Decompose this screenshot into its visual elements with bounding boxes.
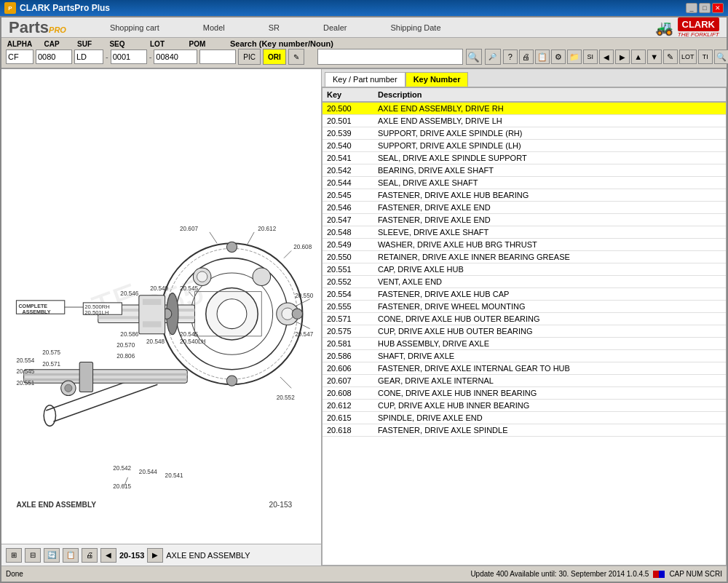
next-button[interactable]: ▶ <box>615 49 630 64</box>
search-input[interactable] <box>317 49 463 65</box>
clark-logo-box: CLARK <box>678 17 720 31</box>
table-row[interactable]: 20.575CUP, DRIVE AXLE HUB OUTER BEARING <box>323 325 726 338</box>
header-nav: PartsPRO Shopping cart Model SR Dealer S… <box>1 17 727 38</box>
print-button[interactable]: 🖨 <box>519 49 534 64</box>
diagram-content[interactable]: TE 355 <box>1 69 321 544</box>
diagram-nav-btn4[interactable]: 📋 <box>63 548 79 563</box>
diagram-svg: TE 355 <box>1 69 321 544</box>
edit-button[interactable]: ✎ <box>288 49 304 65</box>
row-description: SUPPORT, DRIVE AXLE SPINDLE (LH) <box>373 140 726 152</box>
app-icon: P <box>4 2 16 14</box>
diagram-nav-btn1[interactable]: ⊞ <box>6 548 22 563</box>
diagram-prev-button[interactable]: ◀ <box>100 548 116 563</box>
svg-text:20.552: 20.552 <box>277 394 295 401</box>
settings-button[interactable]: ⚙ <box>551 49 566 64</box>
nav-model[interactable]: Model <box>203 23 225 32</box>
table-row[interactable]: 20.618FASTENER, DRIVE AXLE SPINDLE <box>323 424 726 437</box>
seq-input[interactable]: 0001 <box>111 49 147 64</box>
table-row[interactable]: 20.551CAP, DRIVE AXLE HUB <box>323 263 726 276</box>
row-key: 20.581 <box>323 338 373 350</box>
row-key: 20.555 <box>323 301 373 313</box>
diagram-nav-btn5[interactable]: 🖨 <box>82 548 98 563</box>
close-button[interactable]: ✕ <box>712 3 724 13</box>
dash1: - <box>106 52 108 61</box>
row-key: 20.550 <box>323 251 373 263</box>
table-row[interactable]: 20.542BEARING, DRIVE AXLE SHAFT <box>323 164 726 177</box>
clark-logo-area: 🚜 CLARK THE FORKLIFT <box>655 17 720 38</box>
table-row[interactable]: 20.548SLEEVE, DRIVE AXLE SHAFT <box>323 226 726 239</box>
table-row[interactable]: 20.552VENT, AXLE END <box>323 276 726 288</box>
tab-key-part-number[interactable]: Key / Part number <box>325 72 405 87</box>
table-row[interactable]: 20.546FASTENER, DRIVE AXLE END <box>323 202 726 214</box>
nav-dealer[interactable]: Dealer <box>323 23 347 32</box>
nav-sr[interactable]: SR <box>269 23 280 32</box>
nav-shipping-date[interactable]: Shipping Date <box>390 23 440 32</box>
pic-button[interactable]: PIC <box>238 49 261 65</box>
suf-input[interactable]: LD <box>74 49 103 64</box>
diagram-nav-btn3[interactable]: 🔄 <box>44 548 60 563</box>
table-row[interactable]: 20.581HUB ASSEMBLY, DRIVE AXLE <box>323 338 726 350</box>
search-clear-button[interactable]: 🔎 <box>485 49 501 65</box>
svg-point-30 <box>292 309 302 319</box>
pom-input[interactable] <box>199 49 236 64</box>
table-row[interactable]: 20.607GEAR, DRIVE AXLE INTERNAL <box>323 375 726 387</box>
svg-point-25 <box>65 384 72 392</box>
svg-text:20.546: 20.546 <box>120 290 138 297</box>
help-button[interactable]: ? <box>503 49 518 64</box>
table-row[interactable]: 20.544SEAL, DRIVE AXLE SHAFT <box>323 177 726 189</box>
table-row[interactable]: 20.547FASTENER, DRIVE AXLE END <box>323 214 726 226</box>
diagram-next-button[interactable]: ▶ <box>147 548 163 563</box>
lot-button[interactable]: LOT <box>679 49 697 64</box>
ti-button[interactable]: TI <box>698 49 713 64</box>
prev-button[interactable]: ◀ <box>599 49 614 64</box>
svg-rect-17 <box>24 378 188 381</box>
table-row[interactable]: 20.586SHAFT, DRIVE AXLE <box>323 350 726 362</box>
table-row[interactable]: 20.555FASTENER, DRIVE WHEEL MOUNTING <box>323 301 726 313</box>
row-key: 20.547 <box>323 214 373 226</box>
table-row[interactable]: 20.545FASTENER, DRIVE AXLE HUB BEARING <box>323 189 726 202</box>
table-row[interactable]: 20.549WASHER, DRIVE AXLE HUB BRG THRUST <box>323 239 726 251</box>
row-key: 20.615 <box>323 412 373 424</box>
table-row[interactable]: 20.608CONE, DRIVE AXLE HUB INNER BEARING <box>323 387 726 400</box>
svg-rect-33 <box>143 321 162 327</box>
copy-button[interactable]: 📋 <box>535 49 550 64</box>
status-done: Done <box>6 570 23 578</box>
tab-key-number[interactable]: Key Number <box>405 72 469 87</box>
svg-point-19 <box>197 271 207 282</box>
row-description: CAP, DRIVE AXLE HUB <box>373 263 726 276</box>
table-row[interactable]: 20.606FASTENER, DRIVE AXLE INTERNAL GEAR… <box>323 362 726 375</box>
table-row[interactable]: 20.500AXLE END ASSEMBLY, DRIVE RH <box>323 102 726 115</box>
table-row[interactable]: 20.571CONE, DRIVE AXLE HUB OUTER BEARING <box>323 313 726 325</box>
table-row[interactable]: 20.554FASTENER, DRIVE AXLE HUB CAP <box>323 288 726 301</box>
edit2-button[interactable]: ✎ <box>663 49 678 64</box>
zoom-button[interactable]: 🔍 <box>714 49 728 64</box>
forklift-icon: 🚜 <box>655 19 673 36</box>
table-row[interactable]: 20.541SEAL, DRIVE AXLE SPINDLE SUPPORT <box>323 152 726 164</box>
row-key: 20.554 <box>323 288 373 301</box>
table-row[interactable]: 20.612CUP, DRIVE AXLE HUB INNER BEARING <box>323 400 726 412</box>
si-button[interactable]: SI <box>583 49 598 64</box>
folder-button[interactable]: 📁 <box>567 49 582 64</box>
ori-button[interactable]: ORI <box>263 49 286 65</box>
restore-button[interactable]: □ <box>699 3 711 13</box>
svg-text:20.540LH: 20.540LH <box>180 338 205 345</box>
search-button[interactable]: 🔍 <box>466 49 482 65</box>
minimize-button[interactable]: _ <box>686 3 697 13</box>
svg-text:20.545: 20.545 <box>180 331 198 338</box>
table-row[interactable]: 20.550RETAINER, DRIVE AXLE INNER BEARING… <box>323 251 726 263</box>
lot-input[interactable]: 00840 <box>154 49 197 64</box>
table-row[interactable]: 20.615SPINDLE, DRIVE AXLE END <box>323 412 726 424</box>
table-row[interactable]: 20.539SUPPORT, DRIVE AXLE SPINDLE (RH) <box>323 127 726 140</box>
table-row[interactable]: 20.501AXLE END ASSEMBLY, DRIVE LH <box>323 115 726 127</box>
cap-input[interactable]: 0080 <box>36 49 72 64</box>
up-button[interactable]: ▲ <box>631 49 646 64</box>
parts-table[interactable]: Key Description 20.500AXLE END ASSEMBLY,… <box>322 87 727 566</box>
table-row[interactable]: 20.540SUPPORT, DRIVE AXLE SPINDLE (LH) <box>323 140 726 152</box>
alpha-input[interactable]: CF <box>6 49 33 64</box>
svg-text:20.501LH: 20.501LH <box>84 309 108 316</box>
down-button[interactable]: ▼ <box>647 49 662 64</box>
nav-shopping-cart[interactable]: Shopping cart <box>110 23 159 32</box>
row-description: FASTENER, DRIVE AXLE INTERNAL GEAR TO HU… <box>373 362 726 375</box>
diagram-nav-btn2[interactable]: ⊟ <box>25 548 41 563</box>
logo-parts: PartsPRO <box>9 18 66 37</box>
